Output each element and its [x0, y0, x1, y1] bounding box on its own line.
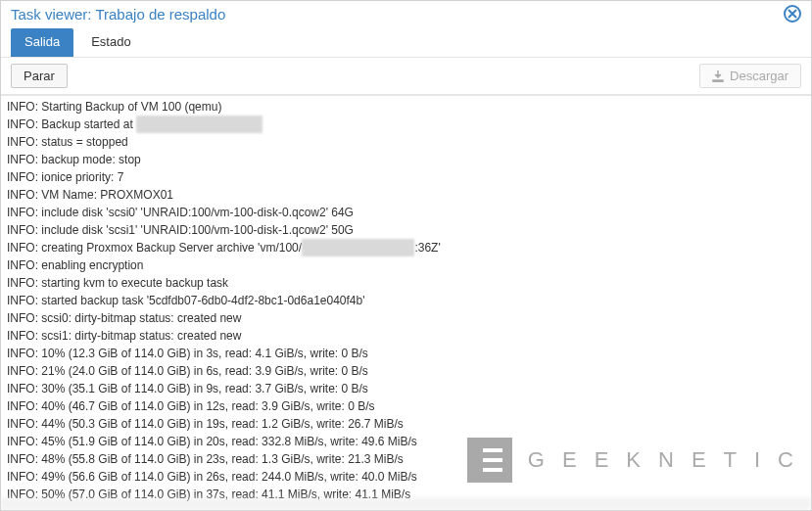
log-output[interactable]: INFO: Starting Backup of VM 100 (qemu) I… [1, 96, 811, 510]
dialog-header: Task viewer: Trabajo de respaldo [1, 1, 811, 28]
close-icon [788, 9, 797, 19]
log-line: INFO: ionice priority: 7 [7, 168, 807, 186]
log-line: INFO: creating Proxmox Backup Server arc… [7, 239, 807, 256]
log-line: INFO: VM Name: PROXMOX01 [7, 186, 807, 204]
background-blur [0, 497, 812, 511]
tab-bar: Salida Estado [1, 28, 811, 58]
log-line: INFO: include disk 'scsi0' 'UNRAID:100/v… [7, 204, 807, 221]
task-viewer-dialog: Task viewer: Trabajo de respaldo Salida … [0, 0, 812, 511]
tab-status[interactable]: Estado [77, 28, 144, 57]
redacted-text: ████ ██ ██ ██ ██ [302, 239, 414, 256]
log-line: INFO: started backup task '5cdfdb07-6db0… [7, 292, 807, 309]
log-line: INFO: Backup started at ████████ ██ ██:█… [7, 116, 807, 133]
log-line: INFO: 44% (50.3 GiB of 114.0 GiB) in 19s… [7, 415, 807, 433]
log-container: INFO: Starting Backup of VM 100 (qemu) I… [1, 95, 811, 510]
log-line: INFO: scsi1: dirty-bitmap status: create… [7, 327, 807, 345]
redacted-text: ████████ ██ ██:██ [136, 116, 263, 133]
toolbar: Parar Descargar [1, 58, 811, 95]
stop-button[interactable]: Parar [11, 64, 68, 88]
download-icon [712, 70, 724, 82]
tab-output[interactable]: Salida [11, 28, 73, 57]
log-line: INFO: Starting Backup of VM 100 (qemu) [7, 98, 807, 116]
log-line: INFO: status = stopped [7, 133, 807, 151]
log-line: INFO: backup mode: stop [7, 151, 807, 168]
log-line: INFO: 49% (56.6 GiB of 114.0 GiB) in 26s… [7, 468, 807, 486]
log-line: INFO: include disk 'scsi1' 'UNRAID:100/v… [7, 221, 807, 239]
log-line: INFO: starting kvm to execute backup tas… [7, 274, 807, 292]
log-line: INFO: 45% (51.9 GiB of 114.0 GiB) in 20s… [7, 433, 807, 450]
log-line: INFO: enabling encryption [7, 256, 807, 274]
log-line: INFO: 40% (46.7 GiB of 114.0 GiB) in 12s… [7, 397, 807, 415]
download-button-label: Descargar [730, 69, 788, 83]
dialog-title: Task viewer: Trabajo de respaldo [11, 6, 225, 23]
download-button[interactable]: Descargar [699, 64, 801, 88]
close-button[interactable] [784, 5, 801, 23]
log-line: INFO: scsi0: dirty-bitmap status: create… [7, 309, 807, 327]
log-line: INFO: 30% (35.1 GiB of 114.0 GiB) in 9s,… [7, 380, 807, 397]
log-line: INFO: 48% (55.8 GiB of 114.0 GiB) in 23s… [7, 450, 807, 468]
log-line: INFO: 21% (24.0 GiB of 114.0 GiB) in 6s,… [7, 362, 807, 380]
log-line: INFO: 10% (12.3 GiB of 114.0 GiB) in 3s,… [7, 345, 807, 362]
